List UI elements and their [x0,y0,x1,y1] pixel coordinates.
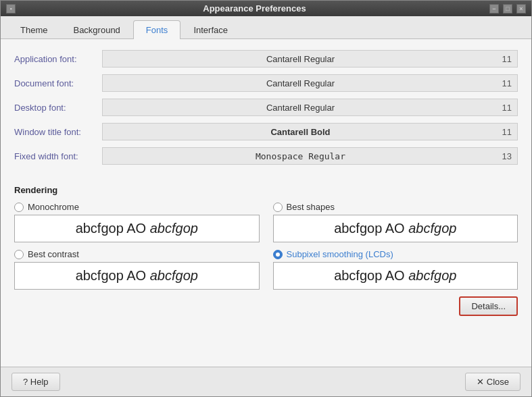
font-size-window-title: 11 [498,127,512,137]
font-row-document: Document font: Cantarell Regular 11 [14,74,518,92]
footer-left: ? Help [11,373,60,391]
font-row-desktop: Desktop font: Cantarell Regular 11 [14,99,518,116]
rendering-preview-subpixel: abcfgop AO abcfgop [273,262,518,290]
rendering-option-subpixel: Subpixel smoothing (LCDs) abcfgop AO abc… [273,249,518,290]
details-button[interactable]: Details... [459,296,518,316]
font-row-window-title: Window title font: Cantarell Bold 11 [14,123,518,140]
rendering-radio-best-shapes[interactable]: Best shapes [273,202,518,212]
font-size-desktop: 11 [498,103,512,113]
tab-theme[interactable]: Theme [7,20,60,39]
rendering-label-best-contrast: Best contrast [28,249,79,259]
radio-circle-monochrome [14,203,24,212]
rendering-label-best-shapes: Best shapes [287,202,335,212]
radio-circle-subpixel [273,250,283,259]
window-menu-btn[interactable]: ▪ [6,4,16,14]
close-button[interactable]: ✕ Close [465,373,521,391]
main-window: ▪ Appearance Preferences − □ × Theme Bac… [0,0,532,397]
tab-interface[interactable]: Interface [180,20,241,39]
rendering-option-best-shapes: Best shapes abcfgop AO abcfgop [273,202,518,242]
radio-circle-best-shapes [273,203,283,212]
font-name-document: Cantarell Regular [108,78,493,88]
rendering-label-subpixel: Subpixel smoothing (LCDs) [287,249,393,259]
rendering-preview-monochrome: abcfgop AO abcfgop [14,215,260,242]
titlebar-left-spacer: ▪ [6,4,20,14]
font-label-application: Application font: [14,54,102,64]
details-btn-wrapper: Details... [14,296,518,316]
font-label-document: Document font: [14,78,102,88]
rendering-radio-subpixel[interactable]: Subpixel smoothing (LCDs) [273,249,518,259]
rendering-preview-best-shapes: abcfgop AO abcfgop [273,215,518,242]
font-size-fixed-width: 13 [498,151,512,161]
font-picker-desktop[interactable]: Cantarell Regular 11 [102,99,518,116]
tab-fonts[interactable]: Fonts [133,20,181,39]
tab-background[interactable]: Background [60,20,132,39]
font-picker-fixed-width[interactable]: Monospace Regular 13 [102,147,518,165]
window-title: Appearance Preferences [20,3,489,14]
content-area: Application font: Cantarell Regular 11 D… [1,39,531,367]
font-name-desktop: Cantarell Regular [108,103,493,113]
rendering-option-monochrome: Monochrome abcfgop AO abcfgop [14,202,260,242]
radio-circle-best-contrast [14,250,24,259]
font-row-fixed-width: Fixed width font: Monospace Regular 13 [14,147,518,165]
font-picker-application[interactable]: Cantarell Regular 11 [102,50,518,68]
font-name-window-title: Cantarell Bold [108,127,493,137]
footer: ? Help ✕ Close [1,367,531,396]
font-name-application: Cantarell Regular [108,54,493,64]
font-picker-window-title[interactable]: Cantarell Bold 11 [102,123,518,140]
rendering-preview-best-contrast: abcfgop AO abcfgop [14,262,260,290]
titlebar-controls: − □ × [489,4,526,14]
font-picker-document[interactable]: Cantarell Regular 11 [102,74,518,92]
help-button[interactable]: ? Help [11,373,60,391]
rendering-section-title: Rendering [14,185,518,195]
font-name-fixed-width: Monospace Regular [108,151,493,161]
rendering-radio-best-contrast[interactable]: Best contrast [14,249,260,259]
rendering-grid: Monochrome abcfgop AO abcfgop Best shape… [14,202,518,290]
close-btn[interactable]: × [516,4,526,14]
tabs-bar: Theme Background Fonts Interface [1,16,531,39]
font-label-fixed-width: Fixed width font: [14,151,102,161]
rendering-option-best-contrast: Best contrast abcfgop AO abcfgop [14,249,260,290]
font-row-application: Application font: Cantarell Regular 11 [14,50,518,68]
minimize-btn[interactable]: − [489,4,499,14]
font-label-desktop: Desktop font: [14,103,102,113]
font-label-window-title: Window title font: [14,127,102,137]
rendering-radio-monochrome[interactable]: Monochrome [14,202,260,212]
font-size-document: 11 [498,78,512,88]
maximize-btn[interactable]: □ [503,4,512,14]
rendering-label-monochrome: Monochrome [28,202,79,212]
font-size-application: 11 [498,54,512,64]
titlebar: ▪ Appearance Preferences − □ × [1,1,531,16]
